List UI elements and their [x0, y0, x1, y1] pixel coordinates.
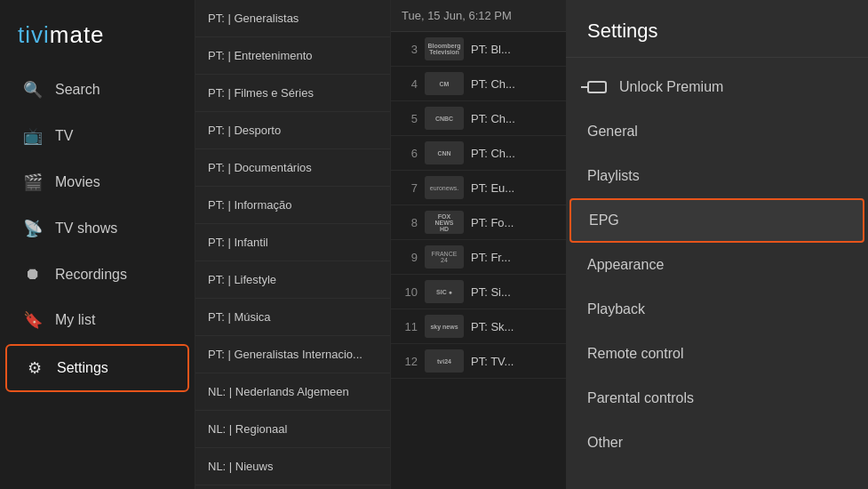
- tv-icon: 📺: [23, 126, 43, 146]
- settings-items: Unlock Premium General Playlists EPG App…: [566, 58, 868, 489]
- channel-logo: FRANCE24: [425, 245, 464, 269]
- settings-item-label: Playback: [587, 301, 645, 317]
- sidebar-item-label: TV: [55, 128, 73, 144]
- list-item[interactable]: PT: | Generalistas: [195, 0, 390, 37]
- epg-area: Tue, 15 Jun, 6:12 PM 3 BloombergTelevisi…: [391, 0, 868, 489]
- settings-item-general[interactable]: General: [566, 109, 868, 154]
- sidebar-item-label: Search: [55, 82, 100, 98]
- list-item[interactable]: NL: | Nieuws: [195, 448, 390, 485]
- settings-item-playback[interactable]: Playback: [566, 287, 868, 332]
- settings-item-label: Other: [587, 435, 623, 451]
- sidebar-item-label: Recordings: [55, 267, 127, 283]
- list-item[interactable]: PT: | Desporto: [195, 112, 390, 149]
- search-icon: 🔍: [23, 80, 43, 100]
- list-item[interactable]: PT: | Infantil: [195, 224, 390, 261]
- list-item[interactable]: PT: | Filmes e Séries: [195, 75, 390, 112]
- channel-number: 8: [398, 216, 418, 229]
- logo-mate-text: mate: [50, 21, 105, 48]
- sidebar-item-recordings[interactable]: ⏺ Recordings: [5, 253, 189, 296]
- movies-icon: 🎬: [23, 172, 43, 192]
- sidebar-item-mylist[interactable]: 🔖 My list: [5, 298, 189, 342]
- sidebar-item-settings[interactable]: ⚙ Settings: [5, 344, 189, 392]
- channel-logo: euronews.: [425, 176, 464, 199]
- settings-panel: Settings Unlock Premium General Playlist…: [566, 0, 868, 489]
- sidebar-item-movies[interactable]: 🎬 Movies: [5, 160, 189, 204]
- settings-item-label: General: [587, 124, 638, 140]
- mylist-icon: 🔖: [23, 310, 43, 330]
- settings-item-playlists[interactable]: Playlists: [566, 154, 868, 198]
- list-item[interactable]: PT: | Música: [195, 299, 390, 336]
- settings-item-appearance[interactable]: Appearance: [566, 243, 868, 287]
- sidebar-item-label: TV shows: [55, 220, 117, 236]
- settings-item-parental-controls[interactable]: Parental controls: [566, 376, 868, 421]
- tvshows-icon: 📡: [23, 219, 43, 238]
- channel-logo: FOXNEWSHD: [425, 211, 464, 234]
- sidebar-item-label: Movies: [55, 174, 100, 190]
- channel-list: PT: | Generalistas PT: | Entretenimento …: [195, 0, 391, 489]
- settings-item-label: EPG: [589, 212, 619, 228]
- sidebar-item-label: My list: [55, 312, 95, 328]
- settings-item-label: Appearance: [587, 257, 664, 273]
- settings-item-other[interactable]: Other: [566, 421, 868, 465]
- settings-item-label: Parental controls: [587, 390, 694, 406]
- list-item[interactable]: NL: | Nederlands Algemeen: [195, 373, 390, 411]
- list-item[interactable]: PT: | Lifestyle: [195, 261, 390, 299]
- list-item[interactable]: NL: | Film: [195, 485, 390, 489]
- channel-logo: CNN: [425, 141, 464, 164]
- channel-number: 4: [398, 77, 418, 91]
- logo-tivi-text: tivi: [18, 21, 50, 48]
- settings-item-remote-control[interactable]: Remote control: [566, 332, 868, 376]
- main-content: PT: | Generalistas PT: | Entretenimento …: [195, 0, 868, 489]
- app-logo: tivimate: [0, 9, 195, 67]
- channel-logo: BloombergTelevision: [425, 37, 464, 60]
- settings-item-unlock-premium[interactable]: Unlock Premium: [566, 65, 868, 109]
- sidebar-item-tvshows[interactable]: 📡 TV shows: [5, 206, 189, 251]
- key-icon: [587, 81, 607, 93]
- settings-item-label: Unlock Premium: [619, 79, 723, 95]
- channel-number: 11: [398, 320, 418, 333]
- channel-number: 12: [398, 355, 418, 368]
- channel-logo: sky news: [425, 315, 464, 338]
- channel-number: 7: [398, 181, 418, 195]
- channel-logo: CNBC: [425, 107, 464, 130]
- settings-item-epg[interactable]: EPG: [569, 198, 864, 243]
- sidebar-item-label: Settings: [57, 360, 108, 376]
- list-item[interactable]: PT: | Documentários: [195, 149, 390, 187]
- sidebar-item-tv[interactable]: 📺 TV: [5, 114, 189, 158]
- settings-icon: ⚙: [25, 358, 44, 378]
- sidebar-item-search[interactable]: 🔍 Search: [5, 68, 189, 112]
- channel-number: 10: [398, 285, 418, 299]
- channel-number: 5: [398, 112, 418, 125]
- settings-item-label: Remote control: [587, 346, 684, 362]
- list-item[interactable]: PT: | Informação: [195, 187, 390, 224]
- list-item[interactable]: PT: | Entretenimento: [195, 37, 390, 75]
- recordings-icon: ⏺: [23, 265, 43, 284]
- list-item[interactable]: PT: | Generalistas Internacio...: [195, 336, 390, 373]
- settings-title: Settings: [566, 0, 868, 58]
- channel-logo: tvi24: [425, 349, 464, 373]
- channel-logo: SIC ●: [425, 280, 464, 303]
- sidebar: tivimate 🔍 Search 📺 TV 🎬 Movies 📡 TV sho…: [0, 0, 195, 489]
- list-item[interactable]: NL: | Regionaal: [195, 411, 390, 448]
- channel-logo: CM: [425, 72, 464, 95]
- channel-number: 9: [398, 251, 418, 264]
- channel-number: 3: [398, 43, 418, 56]
- settings-item-label: Playlists: [587, 168, 640, 184]
- channel-number: 6: [398, 147, 418, 160]
